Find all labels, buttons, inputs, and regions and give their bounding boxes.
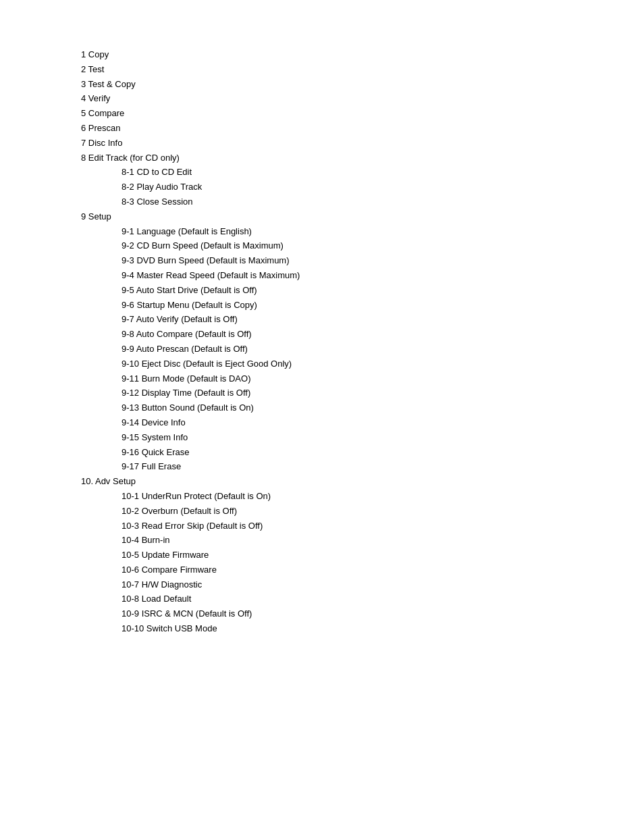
menu-item-9-15: 9-15 System Info: [122, 431, 644, 445]
menu-item-9-16: 9-16 Quick Erase: [122, 446, 644, 460]
menu-item-3: 3 Test & Copy: [81, 78, 644, 92]
menu-item-9-12: 9-12 Display Time (Default is Off): [122, 386, 644, 400]
menu-item-9-2: 9-2 CD Burn Speed (Default is Maximum): [122, 239, 644, 253]
menu-item-9-3: 9-3 DVD Burn Speed (Default is Maximum): [122, 254, 644, 268]
menu-item-9-5: 9-5 Auto Start Drive (Default is Off): [122, 284, 644, 298]
menu-item-9-7: 9-7 Auto Verify (Default is Off): [122, 313, 644, 327]
menu-item-8: 8 Edit Track (for CD only) 8-1 CD to CD …: [81, 151, 644, 209]
menu-item-9-14: 9-14 Device Info: [122, 416, 644, 430]
submenu-9: 9-1 Language (Default is English) 9-2 CD…: [122, 225, 644, 475]
menu-item-9-11: 9-11 Burn Mode (Default is DAO): [122, 372, 644, 386]
menu-item-8-3: 8-3 Close Session: [122, 195, 644, 209]
menu-item-10-4: 10-4 Burn-in: [122, 533, 644, 548]
menu-item-10-6: 10-6 Compare Firmware: [122, 563, 644, 577]
menu-item-2: 2 Test: [81, 63, 644, 77]
menu-item-9-13: 9-13 Button Sound (Default is On): [122, 401, 644, 415]
menu-item-6: 6 Prescan: [81, 122, 644, 136]
menu-item-10-3: 10-3 Read Error Skip (Default is Off): [122, 519, 644, 533]
menu-item-9-17: 9-17 Full Erase: [122, 460, 644, 474]
submenu-10: 10-1 UnderRun Protect (Default is On) 10…: [122, 490, 644, 636]
menu-item-10-5: 10-5 Update Firmware: [122, 548, 644, 563]
menu-item-9-9: 9-9 Auto Prescan (Default is Off): [122, 342, 644, 357]
menu-item-9-8: 9-8 Auto Compare (Default is Off): [122, 328, 644, 342]
menu-item-5: 5 Compare: [81, 107, 644, 121]
menu-item-1: 1 Copy: [81, 48, 644, 62]
menu-item-10: 10. Adv Setup 10-1 UnderRun Protect (Def…: [81, 475, 644, 636]
menu-item-7: 7 Disc Info: [81, 136, 644, 151]
menu-item-10-7: 10-7 H/W Diagnostic: [122, 578, 644, 592]
menu-item-9-1: 9-1 Language (Default is English): [122, 225, 644, 239]
main-menu: 1 Copy 2 Test 3 Test & Copy 4 Verify 5 C…: [81, 48, 644, 636]
menu-item-10-2: 10-2 Overburn (Default is Off): [122, 504, 644, 519]
menu-item-9-4: 9-4 Master Read Speed (Default is Maximu…: [122, 269, 644, 283]
menu-item-10-10: 10-10 Switch USB Mode: [122, 622, 644, 636]
menu-item-9-10: 9-10 Eject Disc (Default is Eject Good O…: [122, 357, 644, 371]
menu-item-4: 4 Verify: [81, 92, 644, 106]
menu-item-8-2: 8-2 Play Audio Track: [122, 180, 644, 194]
menu-item-8-1: 8-1 CD to CD Edit: [122, 165, 644, 180]
submenu-8: 8-1 CD to CD Edit 8-2 Play Audio Track 8…: [122, 165, 644, 209]
menu-item-9-6: 9-6 Startup Menu (Default is Copy): [122, 298, 644, 313]
menu-item-9: 9 Setup 9-1 Language (Default is English…: [81, 210, 644, 474]
menu-item-10-8: 10-8 Load Default: [122, 592, 644, 606]
menu-item-10-1: 10-1 UnderRun Protect (Default is On): [122, 490, 644, 504]
menu-item-10-9: 10-9 ISRC & MCN (Default is Off): [122, 607, 644, 621]
